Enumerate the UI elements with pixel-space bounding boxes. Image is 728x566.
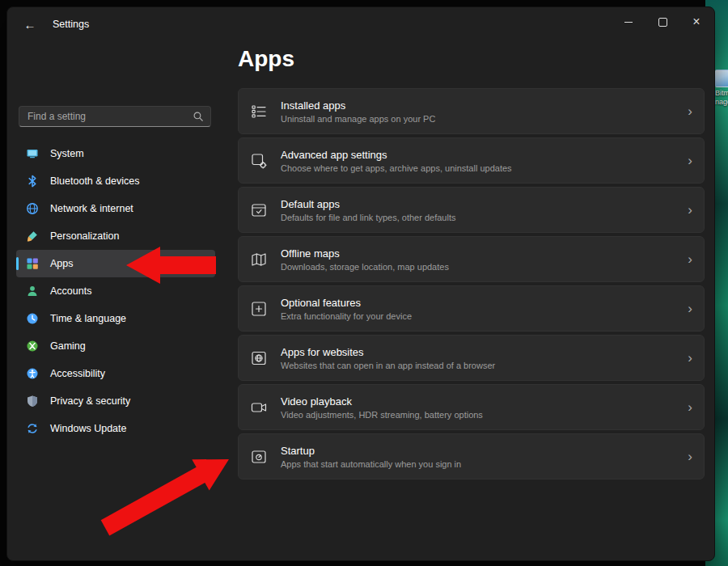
apps-icon — [26, 257, 39, 270]
sidebar-item-label: Privacy & security — [50, 395, 130, 407]
window-controls: × — [612, 8, 713, 36]
sidebar-item-gaming[interactable]: Gaming — [16, 332, 215, 360]
sidebar-item-system[interactable]: System — [16, 140, 215, 167]
sidebar-item-privacy-security[interactable]: Privacy & security — [16, 387, 215, 415]
startup-gauge-icon — [250, 448, 268, 466]
maximize-button[interactable] — [645, 8, 679, 36]
settings-card-installed-apps[interactable]: Installed apps Uninstall and manage apps… — [238, 88, 705, 134]
xbox-icon — [26, 340, 39, 353]
sidebar-item-personalization[interactable]: Personalization — [16, 222, 215, 250]
settings-card-offline-maps[interactable]: Offline maps Downloads, storage location… — [238, 236, 705, 282]
chevron-right-icon: › — [688, 400, 692, 414]
chevron-right-icon: › — [688, 450, 692, 463]
card-subtitle: Video adjustments, HDR streaming, batter… — [281, 410, 675, 420]
sidebar-item-accessibility[interactable]: Accessibility — [16, 360, 215, 387]
paintbrush-icon — [26, 230, 39, 243]
search-box[interactable] — [19, 106, 211, 127]
window-title: Settings — [53, 19, 89, 30]
sidebar-item-time-language[interactable]: Time & language — [16, 305, 215, 332]
minimize-button[interactable] — [612, 8, 645, 36]
map-icon — [250, 251, 268, 268]
sidebar-item-windows-update[interactable]: Windows Update — [16, 415, 215, 442]
sidebar-item-network-internet[interactable]: Network & internet — [16, 195, 215, 222]
card-subtitle: Extra functionality for your device — [281, 311, 675, 321]
desktop-file-icon[interactable]: Bitm nage — [715, 70, 728, 107]
main-content: Apps Installed apps Uninstall and manage… — [224, 41, 714, 560]
settings-card-list: Installed apps Uninstall and manage apps… — [238, 88, 705, 483]
chevron-right-icon: › — [688, 252, 692, 266]
selected-indicator — [16, 257, 19, 270]
chevron-right-icon: › — [688, 104, 692, 118]
sidebar-item-label: Accounts — [50, 285, 91, 297]
settings-card-startup[interactable]: Startup Apps that start automatically wh… — [238, 433, 705, 479]
page-title: Apps — [238, 46, 294, 72]
card-title: Video playback — [281, 395, 675, 408]
sidebar-item-label: Accessibility — [50, 368, 105, 379]
card-subtitle: Choose where to get apps, archive apps, … — [281, 163, 675, 173]
card-subtitle: Apps that start automatically when you s… — [281, 459, 675, 469]
sidebar-item-bluetooth-devices[interactable]: Bluetooth & devices — [16, 167, 215, 195]
card-subtitle: Websites that can open in an app instead… — [281, 361, 675, 370]
installed-apps-icon — [250, 103, 268, 120]
settings-card-default-apps[interactable]: Default apps Defaults for file and link … — [238, 187, 705, 233]
back-button[interactable]: ← — [17, 14, 43, 35]
chevron-right-icon: › — [688, 302, 692, 315]
sidebar-item-label: Apps — [50, 258, 74, 269]
card-subtitle: Uninstall and manage apps on your PC — [281, 114, 675, 124]
app-globe-icon — [250, 349, 268, 367]
close-button[interactable]: × — [679, 8, 713, 36]
card-title: Installed apps — [281, 99, 675, 112]
card-title: Default apps — [281, 198, 675, 210]
close-icon: × — [692, 15, 700, 28]
image-file-thumbnail — [715, 70, 728, 87]
update-arrows-icon — [26, 422, 39, 435]
back-arrow-icon: ← — [24, 18, 36, 32]
settings-card-optional-features[interactable]: Optional features Extra functionality fo… — [238, 285, 705, 332]
screen: Bitm nage ← Settings × — [0, 0, 728, 566]
chevron-right-icon: › — [688, 203, 692, 217]
chevron-right-icon: › — [688, 154, 692, 167]
sidebar-item-label: Time & language — [50, 313, 126, 324]
bluetooth-icon — [26, 175, 39, 188]
plus-square-icon — [250, 300, 268, 318]
sidebar-item-apps[interactable]: Apps — [16, 250, 215, 277]
settings-card-apps-for-websites[interactable]: Apps for websites Websites that can open… — [238, 335, 705, 381]
titlebar: ← Settings — [7, 7, 714, 41]
card-title: Advanced app settings — [281, 149, 675, 161]
sidebar-item-label: Network & internet — [50, 203, 133, 214]
sidebar-nav: System Bluetooth & devices Network & int… — [16, 140, 215, 442]
shield-icon — [26, 395, 39, 408]
person-icon — [26, 285, 39, 298]
sidebar-item-label: Windows Update — [50, 423, 127, 434]
minimize-icon — [624, 22, 633, 23]
card-title: Apps for websites — [281, 346, 675, 358]
sidebar-item-label: Personalization — [50, 230, 119, 242]
clock-icon — [26, 312, 39, 325]
default-apps-icon — [250, 201, 268, 219]
settings-card-video-playback[interactable]: Video playback Video adjustments, HDR st… — [238, 384, 705, 430]
system-icon — [26, 147, 39, 160]
sidebar-item-label: Gaming — [50, 340, 86, 352]
chevron-right-icon: › — [688, 351, 692, 365]
maximize-icon — [658, 18, 667, 27]
card-title: Optional features — [281, 297, 675, 309]
search-input[interactable] — [26, 110, 193, 123]
card-title: Startup — [281, 445, 675, 457]
sidebar-item-label: System — [50, 148, 84, 159]
video-camera-icon — [250, 399, 268, 416]
globe-icon — [26, 202, 39, 215]
sidebar-item-accounts[interactable]: Accounts — [16, 277, 215, 305]
desktop-file-label: Bitm nage — [715, 89, 728, 107]
app-gear-icon — [250, 152, 268, 170]
settings-window: ← Settings × System — [6, 6, 715, 561]
card-title: Offline maps — [281, 247, 675, 260]
card-subtitle: Defaults for file and link types, other … — [281, 213, 675, 222]
card-subtitle: Downloads, storage location, map updates — [281, 262, 675, 272]
settings-card-advanced-app-settings[interactable]: Advanced app settings Choose where to ge… — [238, 137, 705, 184]
accessibility-icon — [26, 367, 39, 380]
sidebar: System Bluetooth & devices Network & int… — [7, 41, 224, 560]
search-icon — [193, 111, 204, 122]
sidebar-item-label: Bluetooth & devices — [50, 175, 140, 187]
